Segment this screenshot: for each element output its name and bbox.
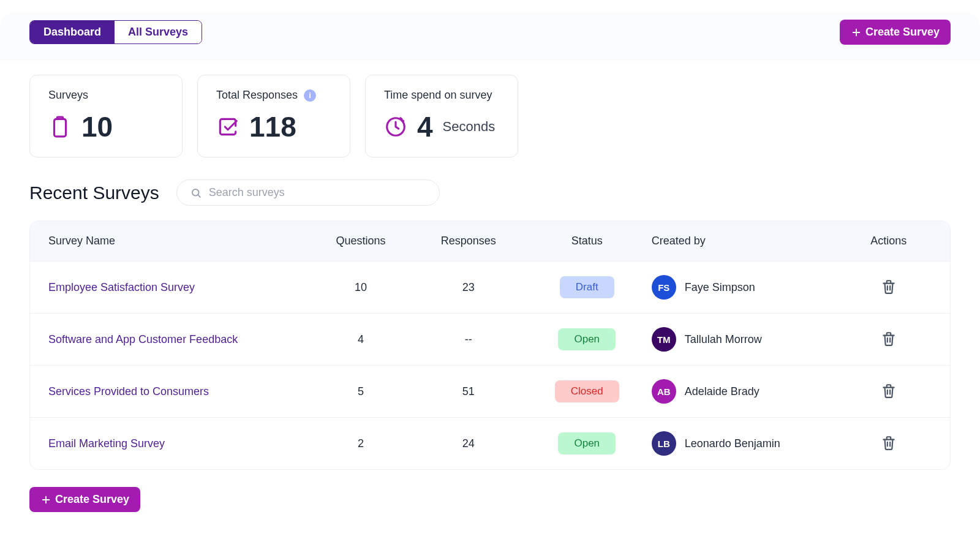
col-status: Status xyxy=(522,235,652,247)
card-surveys: Surveys 10 xyxy=(29,75,183,157)
svg-rect-2 xyxy=(55,119,66,137)
survey-name-link[interactable]: Email Marketing Survey xyxy=(48,437,307,450)
card-responses: Total Responses i 118 xyxy=(197,75,350,157)
col-actions: Actions xyxy=(845,235,932,247)
search-field[interactable] xyxy=(176,179,440,206)
status-badge: Open xyxy=(558,432,616,454)
table-row: Email Marketing Survey224OpenLBLeonardo … xyxy=(30,417,950,469)
trash-icon xyxy=(881,287,897,296)
search-input[interactable] xyxy=(209,186,426,199)
plus-icon xyxy=(40,494,51,505)
trash-icon xyxy=(881,391,897,401)
col-questions: Questions xyxy=(307,235,415,247)
tab-all-surveys[interactable]: All Surveys xyxy=(115,21,202,43)
checkbox-icon xyxy=(216,115,239,138)
cell-creator: LBLeonardo Benjamin xyxy=(652,431,846,456)
cell-responses: 51 xyxy=(415,385,522,398)
col-name: Survey Name xyxy=(48,235,307,247)
delete-button[interactable] xyxy=(878,276,899,299)
survey-name-link[interactable]: Services Provided to Consumers xyxy=(48,385,307,398)
card-responses-value: 118 xyxy=(249,110,296,143)
survey-name-link[interactable]: Software and App Customer Feedback xyxy=(48,333,307,346)
card-responses-label: Total Responses xyxy=(216,89,298,102)
create-survey-button[interactable]: Create Survey xyxy=(840,20,951,45)
cell-questions: 5 xyxy=(307,385,415,398)
avatar: AB xyxy=(652,379,676,404)
cell-creator: FSFaye Simpson xyxy=(652,275,846,300)
creator-name: Tallulah Morrow xyxy=(685,333,762,346)
delete-button[interactable] xyxy=(878,432,899,455)
cell-creator: TMTallulah Morrow xyxy=(652,327,846,352)
avatar: TM xyxy=(652,327,676,352)
card-surveys-value: 10 xyxy=(81,110,113,143)
trash-icon xyxy=(881,443,897,453)
creator-name: Adelaide Brady xyxy=(685,385,760,398)
table-row: Services Provided to Consumers551ClosedA… xyxy=(30,365,950,417)
svg-line-5 xyxy=(198,195,200,197)
cell-responses: -- xyxy=(415,333,522,346)
info-icon[interactable]: i xyxy=(304,89,316,102)
cell-responses: 24 xyxy=(415,437,522,450)
surveys-table: Survey Name Questions Responses Status C… xyxy=(29,221,951,470)
tab-dashboard[interactable]: Dashboard xyxy=(30,21,115,43)
cell-questions: 10 xyxy=(307,281,415,294)
cell-creator: ABAdelaide Brady xyxy=(652,379,846,404)
card-time-label: Time spend on survey xyxy=(384,89,499,102)
status-badge: Closed xyxy=(555,380,619,402)
trash-icon xyxy=(881,339,897,349)
plus-icon xyxy=(851,27,862,38)
col-responses: Responses xyxy=(415,235,522,247)
create-survey-button-footer[interactable]: Create Survey xyxy=(29,487,140,512)
card-time: Time spend on survey 4 Seconds xyxy=(365,75,518,157)
cell-questions: 2 xyxy=(307,437,415,450)
delete-button[interactable] xyxy=(878,380,899,403)
avatar: LB xyxy=(652,431,676,456)
card-time-unit: Seconds xyxy=(443,119,496,135)
tab-group: Dashboard All Surveys xyxy=(29,20,202,44)
creator-name: Faye Simpson xyxy=(685,281,755,294)
card-surveys-label: Surveys xyxy=(48,89,164,102)
create-survey-label: Create Survey xyxy=(55,493,129,506)
clock-icon xyxy=(384,115,407,138)
cell-responses: 23 xyxy=(415,281,522,294)
survey-name-link[interactable]: Employee Satisfaction Survey xyxy=(48,281,307,294)
status-badge: Draft xyxy=(560,276,614,298)
col-created-by: Created by xyxy=(652,235,846,247)
card-time-value: 4 xyxy=(417,110,433,143)
section-title: Recent Surveys xyxy=(29,183,159,203)
table-row: Employee Satisfaction Survey1023DraftFSF… xyxy=(30,261,950,313)
avatar: FS xyxy=(652,275,676,300)
clipboard-icon xyxy=(48,115,72,138)
table-header: Survey Name Questions Responses Status C… xyxy=(30,221,950,261)
table-row: Software and App Customer Feedback4--Ope… xyxy=(30,313,950,365)
delete-button[interactable] xyxy=(878,328,899,351)
summary-row: Surveys 10 Total Responses i 118 Time sp… xyxy=(29,75,951,157)
search-icon xyxy=(190,187,202,198)
create-survey-label: Create Survey xyxy=(865,26,940,39)
creator-name: Leonardo Benjamin xyxy=(685,437,780,450)
cell-questions: 4 xyxy=(307,333,415,346)
status-badge: Open xyxy=(558,328,616,350)
topbar: Dashboard All Surveys Create Survey xyxy=(0,12,980,60)
